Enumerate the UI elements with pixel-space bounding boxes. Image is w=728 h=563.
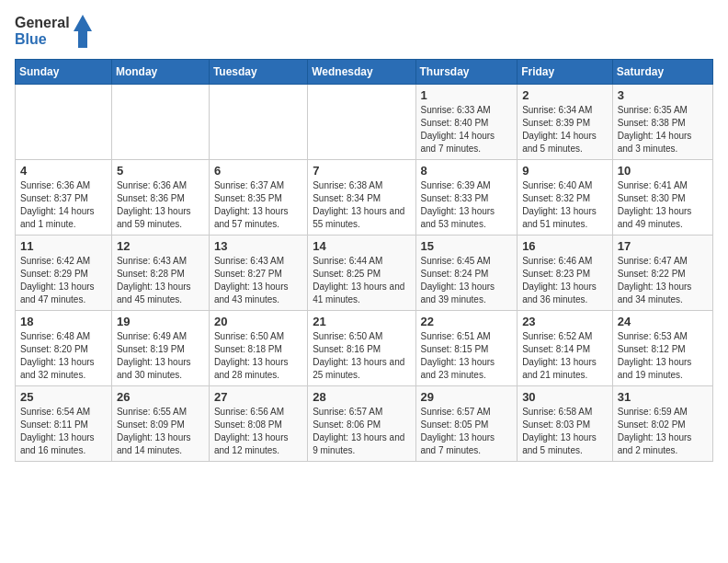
day-info: Sunrise: 6:48 AM Sunset: 8:20 PM Dayligh… bbox=[20, 330, 107, 382]
day-number: 29 bbox=[421, 390, 513, 404]
calendar-cell bbox=[209, 85, 307, 160]
day-number: 9 bbox=[522, 164, 608, 178]
calendar-cell: 19Sunrise: 6:49 AM Sunset: 8:19 PM Dayli… bbox=[111, 311, 209, 386]
day-number: 11 bbox=[20, 239, 107, 253]
day-info: Sunrise: 6:40 AM Sunset: 8:32 PM Dayligh… bbox=[522, 179, 608, 231]
day-info: Sunrise: 6:53 AM Sunset: 8:12 PM Dayligh… bbox=[618, 330, 708, 382]
day-number: 30 bbox=[522, 390, 608, 404]
calendar-cell: 4Sunrise: 6:36 AM Sunset: 8:37 PM Daylig… bbox=[16, 160, 112, 236]
day-info: Sunrise: 6:54 AM Sunset: 8:11 PM Dayligh… bbox=[20, 406, 107, 457]
day-info: Sunrise: 6:34 AM Sunset: 8:39 PM Dayligh… bbox=[522, 104, 608, 155]
day-info: Sunrise: 6:58 AM Sunset: 8:03 PM Dayligh… bbox=[522, 406, 608, 457]
day-number: 22 bbox=[421, 315, 513, 328]
day-number: 1 bbox=[421, 88, 513, 102]
day-number: 3 bbox=[618, 88, 708, 102]
calendar-week-row-1: 1Sunrise: 6:33 AM Sunset: 8:40 PM Daylig… bbox=[16, 85, 713, 160]
calendar-cell: 9Sunrise: 6:40 AM Sunset: 8:32 PM Daylig… bbox=[518, 160, 613, 236]
day-number: 6 bbox=[214, 164, 302, 178]
day-number: 20 bbox=[214, 315, 302, 328]
calendar-week-row-5: 25Sunrise: 6:54 AM Sunset: 8:11 PM Dayli… bbox=[16, 386, 713, 462]
calendar-cell: 25Sunrise: 6:54 AM Sunset: 8:11 PM Dayli… bbox=[16, 386, 112, 462]
calendar-cell: 30Sunrise: 6:58 AM Sunset: 8:03 PM Dayli… bbox=[518, 386, 613, 462]
day-info: Sunrise: 6:56 AM Sunset: 8:08 PM Dayligh… bbox=[214, 406, 302, 457]
day-number: 24 bbox=[618, 315, 708, 328]
calendar-cell: 20Sunrise: 6:50 AM Sunset: 8:18 PM Dayli… bbox=[209, 311, 307, 386]
day-info: Sunrise: 6:46 AM Sunset: 8:23 PM Dayligh… bbox=[522, 255, 608, 306]
svg-marker-0 bbox=[74, 15, 92, 48]
day-number: 21 bbox=[313, 315, 410, 328]
day-info: Sunrise: 6:39 AM Sunset: 8:33 PM Dayligh… bbox=[421, 179, 513, 231]
calendar-cell: 18Sunrise: 6:48 AM Sunset: 8:20 PM Dayli… bbox=[16, 311, 112, 386]
day-info: Sunrise: 6:51 AM Sunset: 8:15 PM Dayligh… bbox=[421, 330, 513, 382]
calendar-cell: 15Sunrise: 6:45 AM Sunset: 8:24 PM Dayli… bbox=[415, 236, 518, 311]
day-number: 2 bbox=[522, 88, 608, 102]
day-info: Sunrise: 6:35 AM Sunset: 8:38 PM Dayligh… bbox=[618, 104, 708, 155]
logo: GeneralBlue bbox=[15, 15, 92, 48]
day-info: Sunrise: 6:42 AM Sunset: 8:29 PM Dayligh… bbox=[20, 255, 107, 306]
day-number: 16 bbox=[522, 239, 608, 253]
day-info: Sunrise: 6:36 AM Sunset: 8:37 PM Dayligh… bbox=[20, 179, 107, 231]
calendar-cell: 6Sunrise: 6:37 AM Sunset: 8:35 PM Daylig… bbox=[209, 160, 307, 236]
calendar-week-row-4: 18Sunrise: 6:48 AM Sunset: 8:20 PM Dayli… bbox=[16, 311, 713, 386]
day-info: Sunrise: 6:52 AM Sunset: 8:14 PM Dayligh… bbox=[522, 330, 608, 382]
day-number: 7 bbox=[313, 164, 410, 178]
day-info: Sunrise: 6:49 AM Sunset: 8:19 PM Dayligh… bbox=[117, 330, 204, 382]
calendar-cell: 22Sunrise: 6:51 AM Sunset: 8:15 PM Dayli… bbox=[415, 311, 518, 386]
day-info: Sunrise: 6:33 AM Sunset: 8:40 PM Dayligh… bbox=[421, 104, 513, 155]
day-info: Sunrise: 6:45 AM Sunset: 8:24 PM Dayligh… bbox=[421, 255, 513, 306]
day-info: Sunrise: 6:43 AM Sunset: 8:28 PM Dayligh… bbox=[117, 255, 204, 306]
calendar-cell: 16Sunrise: 6:46 AM Sunset: 8:23 PM Dayli… bbox=[518, 236, 613, 311]
day-info: Sunrise: 6:41 AM Sunset: 8:30 PM Dayligh… bbox=[618, 179, 708, 231]
calendar-cell: 31Sunrise: 6:59 AM Sunset: 8:02 PM Dayli… bbox=[612, 386, 712, 462]
day-info: Sunrise: 6:44 AM Sunset: 8:25 PM Dayligh… bbox=[313, 255, 410, 306]
calendar-cell: 11Sunrise: 6:42 AM Sunset: 8:29 PM Dayli… bbox=[16, 236, 112, 311]
header-day-wednesday: Wednesday bbox=[308, 60, 415, 85]
day-info: Sunrise: 6:38 AM Sunset: 8:34 PM Dayligh… bbox=[313, 179, 410, 231]
calendar-header-row: SundayMondayTuesdayWednesdayThursdayFrid… bbox=[16, 60, 713, 85]
day-number: 8 bbox=[421, 164, 513, 178]
header-day-monday: Monday bbox=[111, 60, 209, 85]
calendar-cell: 21Sunrise: 6:50 AM Sunset: 8:16 PM Dayli… bbox=[308, 311, 415, 386]
day-info: Sunrise: 6:55 AM Sunset: 8:09 PM Dayligh… bbox=[117, 406, 204, 457]
calendar-cell bbox=[111, 85, 209, 160]
day-info: Sunrise: 6:59 AM Sunset: 8:02 PM Dayligh… bbox=[618, 406, 708, 457]
header: GeneralBlue bbox=[15, 15, 713, 48]
day-info: Sunrise: 6:37 AM Sunset: 8:35 PM Dayligh… bbox=[214, 179, 302, 231]
calendar-cell: 14Sunrise: 6:44 AM Sunset: 8:25 PM Dayli… bbox=[308, 236, 415, 311]
calendar-cell: 29Sunrise: 6:57 AM Sunset: 8:05 PM Dayli… bbox=[415, 386, 518, 462]
day-number: 4 bbox=[20, 164, 107, 178]
day-info: Sunrise: 6:36 AM Sunset: 8:36 PM Dayligh… bbox=[117, 179, 204, 231]
calendar-cell: 17Sunrise: 6:47 AM Sunset: 8:22 PM Dayli… bbox=[612, 236, 712, 311]
calendar-cell: 27Sunrise: 6:56 AM Sunset: 8:08 PM Dayli… bbox=[209, 386, 307, 462]
day-number: 18 bbox=[20, 315, 107, 328]
day-number: 14 bbox=[313, 239, 410, 253]
day-number: 5 bbox=[117, 164, 204, 178]
day-number: 10 bbox=[618, 164, 708, 178]
calendar-week-row-3: 11Sunrise: 6:42 AM Sunset: 8:29 PM Dayli… bbox=[16, 236, 713, 311]
day-number: 28 bbox=[313, 390, 410, 404]
calendar-week-row-2: 4Sunrise: 6:36 AM Sunset: 8:37 PM Daylig… bbox=[16, 160, 713, 236]
day-info: Sunrise: 6:57 AM Sunset: 8:06 PM Dayligh… bbox=[313, 406, 410, 457]
calendar-cell: 13Sunrise: 6:43 AM Sunset: 8:27 PM Dayli… bbox=[209, 236, 307, 311]
calendar-cell: 26Sunrise: 6:55 AM Sunset: 8:09 PM Dayli… bbox=[111, 386, 209, 462]
calendar-cell: 8Sunrise: 6:39 AM Sunset: 8:33 PM Daylig… bbox=[415, 160, 518, 236]
calendar-cell bbox=[308, 85, 415, 160]
logo-general: General bbox=[15, 15, 70, 31]
calendar-cell: 3Sunrise: 6:35 AM Sunset: 8:38 PM Daylig… bbox=[612, 85, 712, 160]
logo-blue: Blue bbox=[15, 31, 70, 48]
calendar-cell: 2Sunrise: 6:34 AM Sunset: 8:39 PM Daylig… bbox=[518, 85, 613, 160]
calendar-cell: 24Sunrise: 6:53 AM Sunset: 8:12 PM Dayli… bbox=[612, 311, 712, 386]
header-day-thursday: Thursday bbox=[415, 60, 518, 85]
day-info: Sunrise: 6:50 AM Sunset: 8:16 PM Dayligh… bbox=[313, 330, 410, 382]
day-number: 26 bbox=[117, 390, 204, 404]
day-number: 15 bbox=[421, 239, 513, 253]
day-number: 23 bbox=[522, 315, 608, 328]
day-number: 31 bbox=[618, 390, 708, 404]
day-number: 12 bbox=[117, 239, 204, 253]
calendar-cell: 12Sunrise: 6:43 AM Sunset: 8:28 PM Dayli… bbox=[111, 236, 209, 311]
header-day-tuesday: Tuesday bbox=[209, 60, 307, 85]
calendar-cell: 23Sunrise: 6:52 AM Sunset: 8:14 PM Dayli… bbox=[518, 311, 613, 386]
calendar-cell: 5Sunrise: 6:36 AM Sunset: 8:36 PM Daylig… bbox=[111, 160, 209, 236]
day-number: 17 bbox=[618, 239, 708, 253]
calendar-cell: 10Sunrise: 6:41 AM Sunset: 8:30 PM Dayli… bbox=[612, 160, 712, 236]
